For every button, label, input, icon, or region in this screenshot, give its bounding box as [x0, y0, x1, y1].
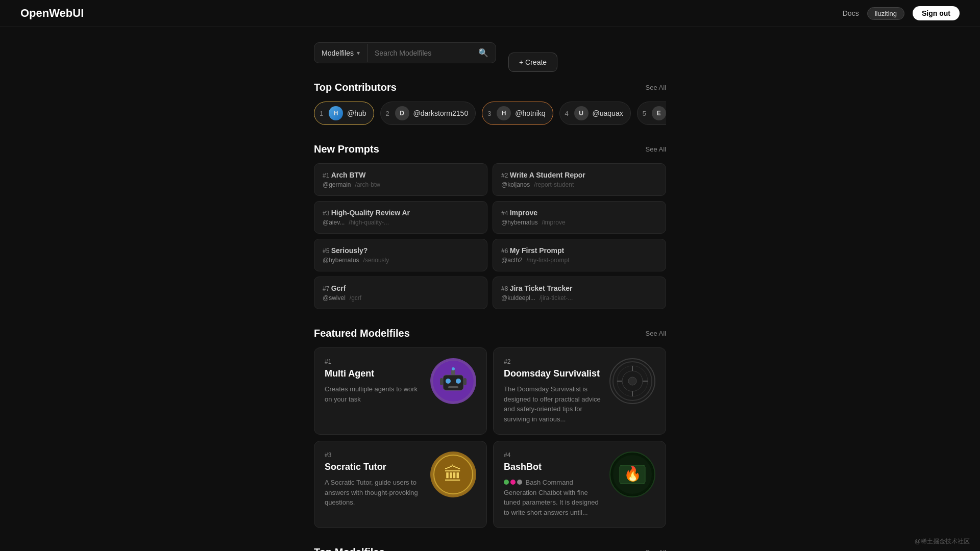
contributor-item[interactable]: 2 D @darkstorm2150: [380, 102, 476, 125]
prompts-header: New Prompts See All: [314, 143, 666, 155]
prompt-card[interactable]: #3 High-Quality Review Ar @aiev... /high…: [314, 201, 487, 234]
contributor-avatar: E: [652, 106, 666, 120]
header-right: Docs liuziting Sign out: [843, 6, 960, 20]
featured-card-title: Doomsday Survivalist: [504, 368, 601, 379]
contributor-avatar: U: [574, 106, 589, 120]
contributors-header: Top Contributors See All: [314, 82, 666, 93]
prompt-author: @hybernatus: [323, 257, 359, 264]
featured-card-image: [609, 358, 655, 404]
prompt-title: My First Prompt: [510, 246, 565, 255]
svg-point-3: [456, 379, 461, 384]
top-modelfiles-section: Top Modelfiles See All 🤖 🔥: [314, 546, 666, 551]
prompt-rank: #3 High-Quality Review Ar: [323, 209, 479, 217]
featured-grid: #1 Multi Agent Creates multiple agents t…: [314, 347, 666, 528]
featured-title: Featured Modelfiles: [314, 328, 410, 339]
featured-card-inner: #4 BashBot Bash Command Generation Chatb…: [504, 452, 655, 517]
prompt-rank: #1 Arch BTW: [323, 171, 479, 179]
prompt-card[interactable]: #2 Write A Student Repor @koljanos /repo…: [493, 163, 666, 196]
featured-card-rank: #4: [504, 452, 601, 459]
prompt-author: @kuldeepl...: [501, 294, 535, 302]
featured-card-content: #3 Socratic Tutor A Socratic Tutor, guid…: [325, 452, 422, 508]
featured-card-inner: #3 Socratic Tutor A Socratic Tutor, guid…: [325, 452, 476, 508]
prompt-path: /jira-ticket-...: [540, 294, 573, 302]
svg-rect-4: [448, 386, 458, 388]
featured-card-title: Socratic Tutor: [325, 462, 422, 472]
svg-point-2: [446, 379, 451, 384]
prompt-author: @koljanos: [501, 181, 530, 188]
contributors-list: 1 H @hub 2 D @darkstorm2150 3 H @hotnikq…: [314, 102, 666, 125]
prompt-card[interactable]: #7 Gcrf @swivel /gcrf: [314, 277, 487, 309]
prompt-card[interactable]: #8 Jira Ticket Tracker @kuldeepl... /jir…: [493, 277, 666, 309]
featured-card-desc: Bash Command Generation Chatbot with fin…: [504, 478, 601, 517]
docs-link[interactable]: Docs: [843, 9, 859, 17]
prompts-title: New Prompts: [314, 143, 379, 155]
svg-text:🏛: 🏛: [444, 464, 462, 485]
contributor-rank: 3: [487, 110, 493, 117]
contributor-name: @uaquax: [593, 109, 623, 117]
featured-card-desc: The Doomsday Survivalist is designed to …: [504, 384, 601, 424]
prompt-card[interactable]: #1 Arch BTW @germain /arch-btw: [314, 163, 487, 196]
featured-card-inner: #1 Multi Agent Creates multiple agents t…: [325, 358, 476, 404]
contributor-item[interactable]: 5 E @elor: [637, 102, 666, 125]
prompt-author: @swivel: [323, 294, 346, 302]
prompt-rank: #6 My First Prompt: [501, 246, 657, 255]
prompt-card[interactable]: #5 Seriously? @hybernatus /seriously: [314, 239, 487, 271]
featured-card-title: BashBot: [504, 462, 601, 472]
featured-card[interactable]: #4 BashBot Bash Command Generation Chatb…: [493, 441, 666, 528]
prompt-rank: #7 Gcrf: [323, 284, 479, 292]
search-filter-dropdown[interactable]: Modelfiles ▾: [314, 44, 368, 62]
contributor-rank: 4: [565, 110, 570, 117]
prompt-meta: @swivel /gcrf: [323, 294, 479, 302]
contributors-see-all[interactable]: See All: [646, 84, 666, 91]
contributor-name: @hotnikq: [515, 109, 545, 117]
prompt-card[interactable]: #4 Improve @hybernatus /improve: [493, 201, 666, 234]
prompt-rank: #4 Improve: [501, 209, 657, 217]
contributor-item[interactable]: 1 H @hub: [314, 102, 374, 125]
create-button[interactable]: + Create: [508, 53, 557, 72]
watermark: @稀土掘金技术社区: [915, 537, 970, 546]
prompts-section: New Prompts See All #1 Arch BTW @germain…: [314, 143, 666, 309]
svg-point-6: [452, 367, 455, 370]
search-icon[interactable]: 🔍: [471, 43, 496, 63]
top-modelfiles-see-all[interactable]: See All: [646, 548, 666, 551]
featured-header: Featured Modelfiles See All: [314, 328, 666, 339]
featured-card-image: 🏛: [430, 452, 476, 497]
featured-card-rank: #3: [325, 452, 422, 459]
prompt-meta: @kuldeepl... /jira-ticket-...: [501, 294, 657, 302]
svg-point-12: [628, 377, 636, 385]
featured-card-image: 🔥: [609, 452, 655, 497]
prompts-see-all[interactable]: See All: [646, 145, 666, 153]
svg-rect-5: [451, 370, 455, 375]
contributor-item[interactable]: 4 U @uaquax: [559, 102, 631, 125]
featured-card[interactable]: #3 Socratic Tutor A Socratic Tutor, guid…: [314, 441, 487, 528]
sign-out-button[interactable]: Sign out: [913, 6, 960, 20]
top-modelfiles-title: Top Modelfiles: [314, 546, 385, 551]
prompt-meta: @germain /arch-btw: [323, 181, 479, 188]
contributor-name: @hub: [347, 109, 366, 117]
featured-see-all[interactable]: See All: [646, 330, 666, 337]
prompt-rank: #5 Seriously?: [323, 246, 479, 255]
contributor-avatar: H: [329, 106, 343, 120]
header: OpenWebUI Docs liuziting Sign out: [0, 0, 980, 27]
featured-card-content: #1 Multi Agent Creates multiple agents t…: [325, 358, 422, 404]
prompt-path: /my-first-prompt: [527, 257, 570, 264]
prompt-meta: @koljanos /report-student: [501, 181, 657, 188]
search-input[interactable]: [368, 44, 471, 62]
svg-text:🔥: 🔥: [624, 465, 642, 482]
contributor-item[interactable]: 3 H @hotnikq: [482, 102, 553, 125]
contributor-rank: 2: [386, 110, 391, 117]
prompt-path: /seriously: [363, 257, 389, 264]
svg-rect-8: [463, 378, 467, 385]
prompt-card[interactable]: #6 My First Prompt @acth2 /my-first-prom…: [493, 239, 666, 271]
featured-card[interactable]: #1 Multi Agent Creates multiple agents t…: [314, 347, 487, 435]
featured-card[interactable]: #2 Doomsday Survivalist The Doomsday Sur…: [493, 347, 666, 435]
prompt-title: Seriously?: [331, 246, 368, 255]
chevron-down-icon: ▾: [357, 49, 360, 57]
prompt-path: /report-student: [534, 181, 574, 188]
prompt-meta: @aiev... /high-quality-...: [323, 219, 479, 226]
prompt-author: @aiev...: [323, 219, 345, 226]
prompt-rank: #2 Write A Student Repor: [501, 171, 657, 179]
contributor-avatar: D: [395, 106, 409, 120]
prompt-author: @acth2: [501, 257, 523, 264]
featured-card-desc: A Socratic Tutor, guide users to answers…: [325, 478, 422, 508]
